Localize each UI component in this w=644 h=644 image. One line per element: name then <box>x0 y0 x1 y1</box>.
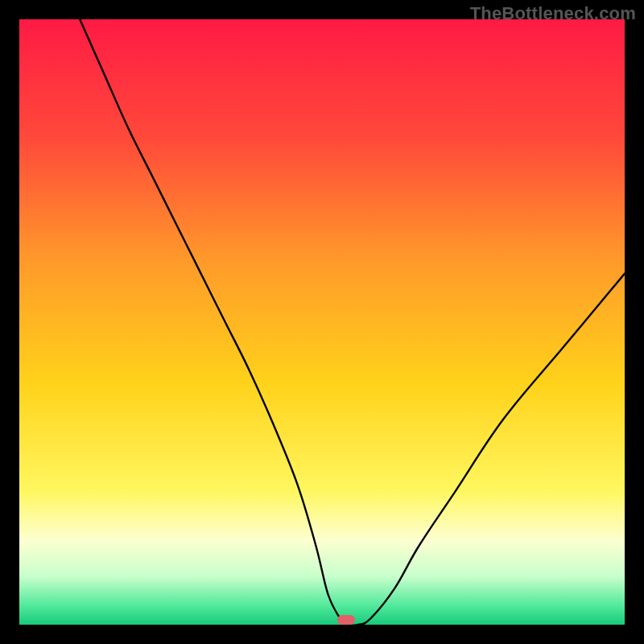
plot-svg <box>19 19 625 625</box>
plot-area <box>19 19 625 625</box>
gradient-rect <box>19 19 625 625</box>
watermark-text: TheBottleneck.com <box>470 3 636 24</box>
chart-frame: TheBottleneck.com <box>0 0 644 644</box>
optimal-marker <box>337 615 355 625</box>
